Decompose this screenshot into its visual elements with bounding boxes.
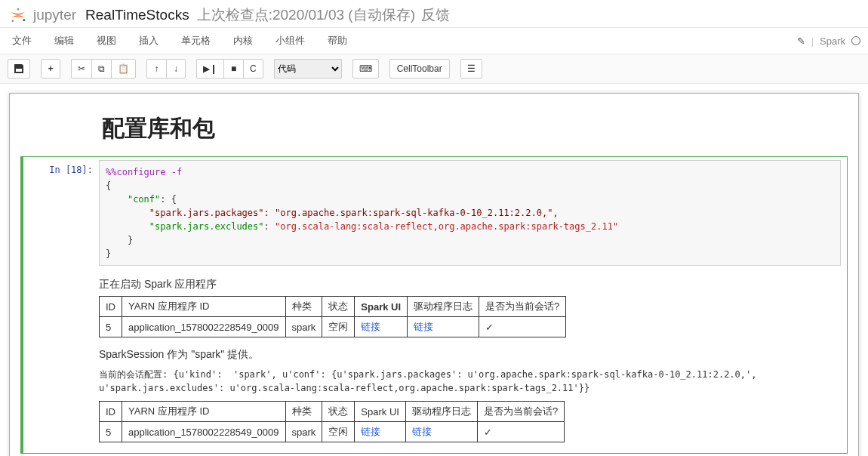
output-sparksession: SparkSession 作为 "spark" 提供。 <box>99 348 841 362</box>
driverlog-link[interactable]: 链接 <box>414 321 433 332</box>
jupyter-brand: jupyter <box>33 7 76 23</box>
table-row: 5 application_1578002228549_0009 spark 空… <box>100 317 566 337</box>
col-yarn: YARN 应用程序 ID <box>122 402 286 422</box>
col-log: 驱动程序日志 <box>408 297 479 317</box>
command-palette-button[interactable]: ☰ <box>460 59 482 79</box>
menu-file[interactable]: 文件 <box>8 31 36 51</box>
paste-icon: 📋 <box>118 63 129 74</box>
input-prompt: In [18]: <box>23 160 99 453</box>
arrow-down-icon: ↓ <box>174 63 178 74</box>
notebook-page: 配置库和包 In [18]: %%configure -f { "conf": … <box>9 93 859 456</box>
checkpoint-status: 上次检查点:2020/01/03 (自动保存) <box>197 5 415 25</box>
kernel-status-icon <box>851 36 860 45</box>
arrow-up-icon: ↑ <box>155 63 159 74</box>
notebook-header: jupyter RealTimeStocks 上次检查点:2020/01/03 … <box>0 0 868 28</box>
col-id: ID <box>100 297 122 317</box>
move-down-button[interactable]: ↓ <box>166 59 186 79</box>
svg-point-1 <box>11 20 14 22</box>
col-yarn: YARN 应用程序 ID <box>122 297 286 317</box>
svg-point-2 <box>23 19 25 21</box>
celltoolbar-button[interactable]: CellToolbar <box>389 59 450 79</box>
col-current: 是否为当前会话? <box>479 297 566 317</box>
menu-widgets[interactable]: 小组件 <box>271 31 309 51</box>
spark-table-2: ID YARN 应用程序 ID 种类 状态 Spark UI 驱动程序日志 是否… <box>99 401 565 442</box>
notebook-name[interactable]: RealTimeStocks <box>85 7 189 23</box>
cut-button[interactable]: ✂ <box>71 59 91 79</box>
col-sparkui: Spark UI <box>355 297 408 317</box>
cell-output: 正在启动 Spark 应用程序 ID YARN 应用程序 ID 种类 状态 Sp… <box>99 266 841 442</box>
spark-table-1: ID YARN 应用程序 ID 种类 状态 Spark UI 驱动程序日志 是否… <box>99 296 566 337</box>
driverlog-link[interactable]: 链接 <box>412 426 432 437</box>
toolbar: + ✂ ⧉ 📋 ↑ ↓ ▶❙ ■ C 代码 ⌨ CellToolbar ☰ <box>0 54 868 84</box>
svg-point-0 <box>17 8 20 11</box>
floppy-icon <box>14 64 23 73</box>
col-state: 状态 <box>322 297 355 317</box>
menu-insert[interactable]: 插入 <box>134 31 163 51</box>
move-up-button[interactable]: ↑ <box>146 59 166 79</box>
stop-icon: ■ <box>231 63 236 74</box>
col-kind: 种类 <box>285 402 322 422</box>
notebook-container: 配置库和包 In [18]: %%configure -f { "conf": … <box>0 84 868 456</box>
output-config: 当前的会话配置: {u'kind': 'spark', u'conf': {u'… <box>99 368 841 395</box>
output-starting: 正在启动 Spark 应用程序 <box>99 278 841 291</box>
menu-edit[interactable]: 编辑 <box>50 31 78 51</box>
edit-icon[interactable]: ✎ <box>797 35 805 47</box>
stop-button[interactable]: ■ <box>223 59 243 79</box>
copy-button[interactable]: ⧉ <box>91 59 111 79</box>
paste-button[interactable]: 📋 <box>111 59 136 79</box>
menubar: 文件 编辑 视图 插入 单元格 内核 小组件 帮助 ✎ | Spark <box>0 28 868 54</box>
col-sparkui: Spark UI <box>355 402 406 422</box>
col-log: 驱动程序日志 <box>405 402 477 422</box>
plus-icon: + <box>48 63 53 74</box>
menu-view[interactable]: 视图 <box>92 31 121 51</box>
sparkui-link[interactable]: 链接 <box>361 321 380 332</box>
save-button[interactable] <box>8 59 30 79</box>
markdown-heading[interactable]: 配置库和包 <box>20 107 848 155</box>
col-kind: 种类 <box>285 297 322 317</box>
add-cell-button[interactable]: + <box>41 59 60 79</box>
code-cell[interactable]: In [18]: %%configure -f { "conf": { "spa… <box>20 156 848 454</box>
copy-icon: ⧉ <box>98 63 105 74</box>
table-header-row: ID YARN 应用程序 ID 种类 状态 Spark UI 驱动程序日志 是否… <box>100 297 566 317</box>
code-input[interactable]: %%configure -f { "conf": { "spark.jars.p… <box>99 160 841 266</box>
run-icon: ▶❙ <box>203 63 217 74</box>
scissors-icon: ✂ <box>78 63 85 74</box>
kernel-name: Spark <box>820 35 845 47</box>
jupyter-logo-icon <box>8 5 29 26</box>
col-state: 状态 <box>322 402 355 422</box>
restart-icon: C <box>250 63 257 74</box>
table-header-row: ID YARN 应用程序 ID 种类 状态 Spark UI 驱动程序日志 是否… <box>100 402 565 422</box>
col-current: 是否为当前会话? <box>477 402 564 422</box>
sparkui-link[interactable]: 链接 <box>361 426 380 437</box>
run-button[interactable]: ▶❙ <box>196 59 223 79</box>
restart-button[interactable]: C <box>243 59 263 79</box>
menu-help[interactable]: 帮助 <box>323 31 352 51</box>
menu-kernel[interactable]: 内核 <box>229 31 257 51</box>
menu-cell[interactable]: 单元格 <box>177 31 215 51</box>
feedback-label[interactable]: 反馈 <box>421 5 450 25</box>
cell-type-select[interactable]: 代码 <box>274 59 342 79</box>
keyboard-button[interactable]: ⌨ <box>352 59 379 79</box>
table-row: 5 application_1578002228549_0009 spark 空… <box>100 422 565 442</box>
cell-body: %%configure -f { "conf": { "spark.jars.p… <box>99 160 847 453</box>
col-id: ID <box>100 402 122 422</box>
